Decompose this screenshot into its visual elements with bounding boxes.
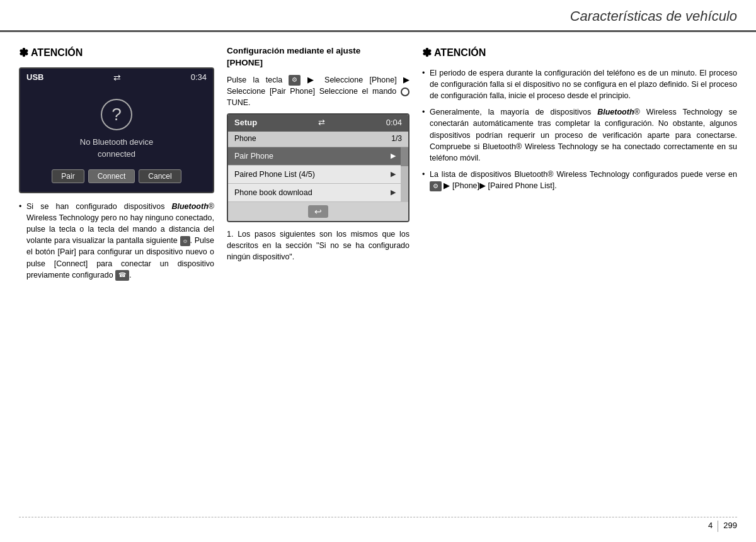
setup-item-arrow: ▶	[391, 169, 396, 179]
connect-button[interactable]: Connect	[88, 169, 135, 183]
usb-icon: ⇄	[113, 71, 121, 84]
usb-screen-buttons: Pair Connect Cancel	[52, 169, 181, 183]
left-title-text: ATENCIÓN	[31, 45, 83, 60]
col-middle: Configuración mediante el ajuste [PHONE]…	[227, 45, 410, 286]
setup-submenu-label: Phone	[234, 133, 256, 144]
back-button[interactable]: ↩	[308, 205, 328, 218]
phone-icon-badge: ☎	[115, 270, 129, 281]
middle-heading-line2: [PHONE]	[227, 58, 263, 67]
setup-bar-icon: ⇄	[318, 117, 325, 129]
steering-icon-badge: ⌾	[180, 236, 190, 247]
page-section: 4	[708, 520, 713, 532]
right-bullet-item-2: Generalmente, la mayoría de dispositivos…	[422, 106, 737, 164]
middle-heading-line1: Configuración mediante el ajuste	[227, 46, 360, 55]
page-number: 299	[723, 520, 737, 532]
footer-divider	[19, 517, 737, 517]
setup-bar-title: Setup	[234, 117, 257, 129]
left-bullet-item: Si se han configurado dispositivos Bluet…	[19, 201, 214, 281]
setup-item-arrow: ▶	[391, 188, 396, 198]
setup-bar: Setup ⇄ 0:04	[228, 115, 408, 132]
setup-item-label: Phone book download	[234, 187, 312, 198]
setup-screen: Setup ⇄ 0:04 Phone 1/3 Pair Phone ▶	[227, 113, 410, 222]
setup-bar-time: 0:04	[386, 117, 402, 129]
usb-screen-body: ? No Bluetooth deviceconnected Pair Conn…	[20, 86, 213, 192]
step-number: 1.	[227, 230, 233, 239]
scroll-space	[401, 166, 408, 202]
usb-time: 0:34	[191, 72, 207, 84]
left-bullet-list: Si se han configurado dispositivos Bluet…	[19, 201, 214, 281]
page-title: Características de vehículo	[570, 6, 737, 26]
setup-item-label: Pair Phone	[234, 150, 273, 162]
left-section-title: ✽ ATENCIÓN	[19, 45, 214, 61]
middle-heading: Configuración mediante el ajuste [PHONE]	[227, 45, 410, 69]
footer-page-number: 4 299	[19, 520, 737, 532]
setup-item-arrow: ▶	[391, 151, 396, 161]
setup-gear-icon: ⚙	[289, 75, 301, 86]
question-mark-icon: ?	[101, 99, 132, 130]
inline-setup-text: Pulse la tecla ⚙ ▶ Seleccione [Phone] ▶ …	[227, 74, 410, 108]
tune-circle-icon	[401, 88, 410, 96]
setup-scrollbar	[401, 147, 408, 202]
page-separator	[718, 521, 718, 532]
setup-submenu-page: 1/3	[391, 133, 402, 144]
setup-item-phonebook[interactable]: Phone book download ▶	[228, 184, 401, 202]
numbered-step: 1. Los pasos siguientes son los mismos q…	[227, 229, 410, 263]
setup-item-label: Paired Phone List (4/5)	[234, 169, 315, 180]
col-left: ✽ ATENCIÓN USB ⇄ 0:34 ? No Bluetooth dev…	[19, 45, 214, 286]
page-container: Características de vehículo ✽ ATENCIÓN U…	[0, 0, 756, 542]
setup-back: ↩	[228, 202, 408, 221]
setup-items: Pair Phone ▶ Paired Phone List (4/5) ▶ P…	[228, 147, 401, 202]
usb-screen-bar: USB ⇄ 0:34	[20, 69, 213, 86]
right-section-title: ✽ ATENCIÓN	[422, 45, 737, 61]
right-bullet-item-3: La lista de dispositivos Bluetooth® Wire…	[422, 169, 737, 191]
setup-submenu: Phone 1/3	[228, 132, 408, 147]
col-right: ✽ ATENCIÓN El periodo de espera durante …	[422, 45, 737, 286]
setup-item-paired-list[interactable]: Paired Phone List (4/5) ▶	[228, 166, 401, 184]
pair-button[interactable]: Pair	[52, 169, 84, 183]
right-bullet-item-1: El periodo de espera durante la configur…	[422, 67, 737, 101]
right-bullet-list: El periodo de espera durante la configur…	[422, 67, 737, 191]
page-footer: 4 299	[19, 517, 737, 532]
right-title-text: ATENCIÓN	[434, 45, 486, 60]
setup-item-pair-phone[interactable]: Pair Phone ▶	[228, 147, 401, 166]
right-asterisk-icon: ✽	[422, 45, 432, 61]
usb-screen: USB ⇄ 0:34 ? No Bluetooth deviceconnecte…	[19, 67, 214, 193]
scroll-thumb	[401, 147, 408, 166]
asterisk-icon: ✽	[19, 45, 28, 61]
step-text: Los pasos siguientes son los mismos que …	[227, 230, 410, 261]
cancel-button[interactable]: Cancel	[139, 169, 181, 183]
usb-label: USB	[26, 72, 43, 84]
main-content: ✽ ATENCIÓN USB ⇄ 0:34 ? No Bluetooth dev…	[0, 32, 756, 298]
setup-list-wrapper: Pair Phone ▶ Paired Phone List (4/5) ▶ P…	[228, 147, 408, 202]
no-device-text: No Bluetooth deviceconnected	[80, 137, 153, 161]
settings-icon-badge: ⚙	[430, 181, 442, 192]
page-header: Características de vehículo	[0, 0, 756, 32]
